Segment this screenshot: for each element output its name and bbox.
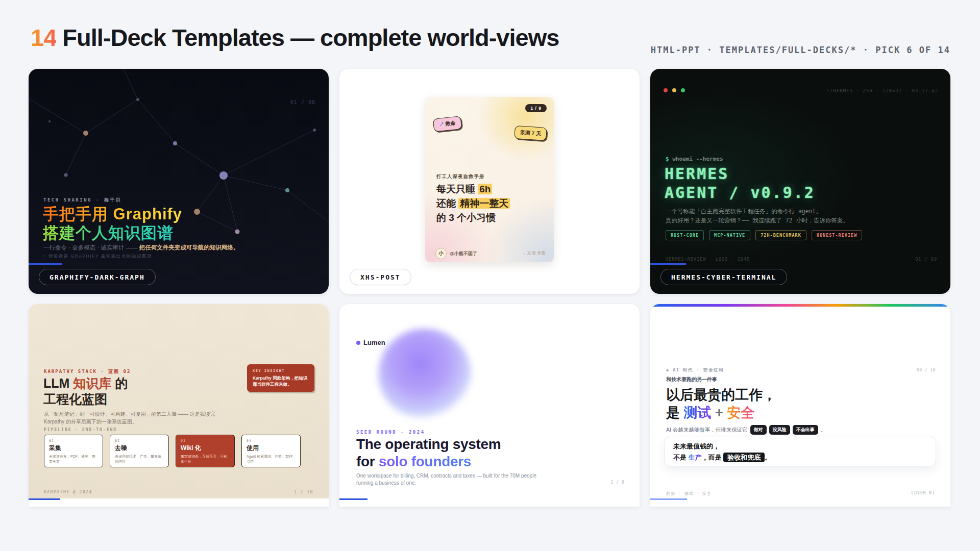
title-l1: 每天只睡 <box>436 184 478 194</box>
slide-page-indicator: 01 / 08 <box>290 99 315 105</box>
value-statement-box: 未来最值钱的， 不是 生产，而是 验收和兜底。 <box>665 437 936 466</box>
xhs-poster: 1 / 9 ↗ 救命 亲测 7 天 打工人深夜自救手册 每天只睡 6h 还能 精… <box>425 97 554 262</box>
prompt-command: whoami --hermes <box>669 156 723 162</box>
callout-label: KEY INSIGHT <box>253 369 309 373</box>
avatar: 小 <box>435 248 447 259</box>
slide-progress-bar <box>339 498 368 500</box>
slide-progress-bar <box>650 263 686 265</box>
title-l1-highlight: 6h <box>478 184 492 194</box>
step-number: 04 <box>247 439 296 443</box>
slide-title: The operating system for solo founders <box>356 436 501 470</box>
window-traffic-lights <box>664 88 685 92</box>
template-gallery-page: 14Full-Deck Templates — complete world-v… <box>0 0 980 551</box>
box-production-gradient: 生产 <box>689 454 702 461</box>
lumen-logo: Lumen <box>356 339 385 346</box>
slide-progress-bar <box>29 498 60 500</box>
step-title: 采集 <box>49 444 98 453</box>
poster-footer: 小 @小熊不困了 → 左滑 查看 <box>435 248 546 259</box>
slide-page-indicator: 08 / 10 <box>917 367 935 372</box>
rainbow-top-border <box>650 304 950 307</box>
slide-footnote: ↑ 背景就是 GRAPHIFY 真实跑出来的知识图谱 <box>43 254 152 260</box>
step-number: 02 <box>115 439 164 443</box>
key-insight-callout: KEY INSIGHT Karpathy 同款架构，把知识库当软件工程来做。 <box>247 364 314 392</box>
karpathy-slide: KARPATHY STACK · 蓝图 02 LLM 知识库 的 工程化蓝图 K… <box>29 304 329 498</box>
template-card-hermes[interactable]: ~/HERMES · ZSH · 120×32 · 03:17:42 $ who… <box>650 69 950 294</box>
step-desc: 全渠道收集：PDF、播客、网页全文 <box>49 454 98 464</box>
title-plus: + <box>712 405 727 420</box>
title-part: LLM <box>43 376 73 390</box>
slide-paragraph: One workspace for billing, CRM, contract… <box>356 472 536 487</box>
terminal-footer-left: HERMES-REVIEW · LOGS · 2045 <box>666 257 750 262</box>
slide-subtitle: 一行命令 · 全多模态 · 诚实审计 —— 把任何文件夹变成可导航的知识网络。 <box>43 244 239 252</box>
title-part-red: 知识库 <box>73 376 111 390</box>
slide-footer-right: 1 / 10 <box>294 490 313 494</box>
arrow-up-right-icon: ↗ <box>438 121 444 128</box>
swipe-hint: → 左滑 查看 <box>522 251 546 257</box>
page-title: Full-Deck Templates — complete world-vie… <box>62 24 559 51</box>
tag-mcp-native: MCP-NATIVE <box>709 230 750 240</box>
title-line1: The operating system <box>356 436 501 452</box>
slide-paragraph: 从「乱堆笔记」到「可设计、可构建、可复用」的第二大脑 —— 这是我读完 Karp… <box>44 410 217 425</box>
sticker-help-label: 救命 <box>445 120 456 127</box>
step-title: 使用 <box>247 444 296 453</box>
template-badge-hermes[interactable]: HERMES-CYBER-TERMINAL <box>660 269 787 285</box>
box-l2-pre: 不是 <box>673 454 689 461</box>
subtitle-dim: 一行命令 · 全多模态 · 诚实审计 —— <box>43 244 139 251</box>
template-badge-graphify[interactable]: GRAPHIFY-DARK-GRAPH <box>39 269 156 285</box>
slide-eyebrow: SEED ROUND · 2024 <box>356 430 425 435</box>
template-card-lumen[interactable]: Lumen SEED ROUND · 2024 The operating sy… <box>339 304 640 507</box>
breadcrumb: HTML-PPT · TEMPLATES/FULL-DECKS/* · PICK… <box>651 45 950 55</box>
step-collect: 01 采集 全渠道收集：PDF、播客、网页全文 <box>44 435 103 467</box>
title-line2-pre: 是 <box>666 405 684 420</box>
title-line2-gradient: solo founders <box>379 454 471 469</box>
slide-eyebrow: ◆ AI 时代 · 安全红利 <box>666 367 724 373</box>
template-card-karpathy[interactable]: KARPATHY STACK · 蓝图 02 LLM 知识库 的 工程化蓝图 K… <box>29 304 329 507</box>
slide-title: 以后最贵的工作， 是 测试 + 安全 <box>666 386 776 422</box>
slide-progress-bar <box>650 498 687 500</box>
poster-title: 每天只睡 6h 还能 精神一整天 的 3 个小习惯 <box>436 182 510 225</box>
template-card-graphify[interactable]: 01 / 08 TECH SHARING · 梅干贝 手把手用 Graphify… <box>29 69 329 294</box>
step-number: 03 <box>181 439 230 443</box>
template-badge-xhs[interactable]: XHS-POST <box>350 269 411 285</box>
slide-progress-bar <box>29 263 62 265</box>
step-title: 去噪 <box>115 444 164 453</box>
step-number: 01 <box>49 439 98 443</box>
knowledge-graph-illustration <box>29 69 329 294</box>
slide-eyebrow: TECH SHARING · 梅干贝 <box>43 197 121 204</box>
step-desc: 去掉营销话术、广告、重复低质内容 <box>115 454 164 464</box>
template-card-xhs[interactable]: 1 / 9 ↗ 救命 亲测 7 天 打工人深夜自救手册 每天只睡 6h 还能 精… <box>339 69 640 294</box>
prompt-symbol: $ <box>666 156 669 162</box>
sticker-tested: 亲测 7 天 <box>514 126 547 141</box>
pill-do-right: 做对 <box>750 425 767 435</box>
pipeline-label: PIPELINE · END-TO-END <box>44 428 117 432</box>
gradient-blob <box>378 329 471 419</box>
title-line2-pre: for <box>356 454 379 469</box>
terminal-desc-1: 一个号称能「自主跑完整软件工程任务」的命令行 agent。 <box>666 208 822 215</box>
terminal-chrome-info: ~/HERMES · ZSH · 120×32 · 03:17:42 <box>827 88 938 93</box>
template-card-safety[interactable]: ◆ AI 时代 · 安全红利 08 / 10 和技术赛跑的另一件事 以后最贵的工… <box>650 304 950 507</box>
slide-title: LLM 知识库 的 工程化蓝图 <box>43 375 128 407</box>
title-l3: 的 3 个小习惯 <box>436 212 496 223</box>
title-line1: 以后最贵的工作， <box>666 387 776 403</box>
terminal-title-line1: HERMES <box>665 165 729 183</box>
title-testing-gradient: 测试 <box>684 405 712 420</box>
tag-benchmark: 72H-BENCHMARK <box>755 230 806 240</box>
terminal-footer-right: 01 / 09 <box>915 257 937 262</box>
tag-honest-review: HONEST-REVIEW <box>812 230 863 240</box>
header-count: 14 <box>31 24 56 51</box>
box-l2-end: 。 <box>765 454 771 461</box>
step-use: 04 使用 Agent 检索增强、问答、写作引用 <box>241 435 301 467</box>
title-safety-gradient: 安全 <box>727 405 754 420</box>
slide-footer-right: COVER 01 <box>911 491 935 495</box>
slide-footer-left: KARPATHY @ 2024 <box>44 490 92 494</box>
slide-title-line2: 搭建个人知识图谱 <box>43 222 174 244</box>
title-l2-highlight: 精神一整天 <box>458 198 510 209</box>
line-prefix: AI 会越来越能做事，但谁来保证它 <box>666 427 748 434</box>
author-handle: @小熊不困了 <box>450 251 477 257</box>
subtitle-highlight: 把任何文件夹变成可导航的知识网络。 <box>139 244 239 251</box>
sticker-help: ↗ 救命 <box>433 116 462 132</box>
title-l2: 还能 <box>436 198 458 209</box>
box-acceptance-pill: 验收和兜底 <box>723 453 765 462</box>
terminal-desc-2: 真的好用？还是又一轮营销？—— 我连续跑了 72 小时，告诉你答案。 <box>666 217 849 224</box>
callout-text: Karpathy 同款架构，把知识库当软件工程来做。 <box>253 375 309 387</box>
